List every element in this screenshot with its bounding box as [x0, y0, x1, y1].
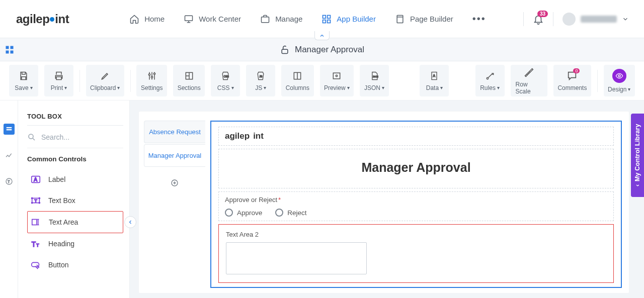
rules-label: Rules [480, 84, 496, 91]
columns-label: Columns [286, 84, 309, 91]
design-label: Design [608, 86, 626, 93]
unlock-icon [280, 45, 290, 55]
clipboard-button[interactable]: Clipboard▾ [86, 65, 124, 96]
chevron-left-icon [127, 219, 133, 225]
svg-text:A: A [34, 177, 37, 182]
svg-rect-10 [11, 50, 14, 53]
form-header-row[interactable]: agilepint [218, 127, 614, 146]
control-heading[interactable]: TT Heading [27, 233, 123, 254]
nav-page-builder[interactable]: Page Builder [395, 14, 453, 24]
svg-rect-39 [32, 220, 37, 225]
svg-point-12 [148, 73, 150, 75]
form-brand-logo: agilepint [225, 131, 607, 141]
css-label: CSS [217, 84, 230, 91]
control-library-label: My Control Library [634, 124, 641, 181]
form-approve-row[interactable]: Approve or Reject* Approve Reject [218, 191, 614, 221]
page-title-text: Manager Approval [295, 45, 364, 55]
nav-manage[interactable]: Manage [260, 14, 302, 24]
user-menu[interactable] [562, 13, 629, 26]
print-label: Print [51, 84, 63, 91]
data-button[interactable]: A Data▾ [420, 65, 449, 96]
svg-rect-9 [6, 50, 9, 53]
sections-button[interactable]: Sections [173, 65, 205, 96]
svg-text:T: T [34, 198, 37, 204]
left-tab-text[interactable]: T [4, 176, 15, 187]
print-icon [54, 70, 64, 81]
control-library-panel[interactable]: ‹ My Control Library [631, 114, 644, 197]
control-text-area[interactable]: Text Area [27, 211, 123, 233]
brand-logo: agilepint [16, 12, 69, 26]
control-button[interactable]: Button [27, 254, 123, 275]
textarea-icon [31, 217, 42, 228]
left-tab-chart[interactable] [4, 150, 15, 161]
separator [130, 70, 131, 92]
settings-label: Settings [141, 84, 163, 91]
notifications-button[interactable]: 33 [533, 14, 544, 25]
css-icon: CSS [220, 70, 230, 81]
control-label-text: Label [48, 175, 65, 183]
svg-rect-4 [323, 20, 326, 23]
svg-rect-6 [397, 15, 403, 23]
svg-point-25 [618, 75, 620, 77]
json-button[interactable]: JSON JSON▾ [360, 65, 389, 96]
save-button[interactable]: Save▾ [9, 65, 38, 96]
sections-icon [184, 70, 194, 81]
nav-more[interactable]: ••• [472, 13, 486, 25]
approve-label: Approve or Reject [225, 196, 277, 204]
nav-app-builder-label: App Builder [337, 15, 376, 23]
control-text-box-text: Text Box [48, 196, 75, 205]
svg-point-24 [487, 77, 488, 79]
nav-manage-label: Manage [275, 15, 302, 23]
toolbox-search[interactable]: Search... [27, 133, 123, 148]
tab-manager-approval[interactable]: Manager Approval [144, 144, 205, 167]
collapse-toolbox-button[interactable] [124, 216, 136, 228]
required-mark: * [278, 196, 281, 204]
columns-button[interactable]: Columns [281, 65, 313, 96]
form-title-row[interactable]: Manager Approval [218, 149, 614, 188]
comments-button[interactable]: 0 Comments [553, 65, 591, 96]
settings-button[interactable]: Settings [136, 65, 167, 96]
briefcase-icon [260, 14, 270, 24]
nav-work-center[interactable]: Work Center [184, 14, 241, 24]
heading-icon: TT [30, 238, 41, 249]
control-label[interactable]: A Label [27, 169, 123, 190]
monitor-icon [184, 14, 194, 24]
comment-icon: 0 [567, 70, 578, 81]
rowscale-button[interactable]: Row Scale [511, 65, 548, 96]
preview-button[interactable]: Preview▾ [320, 65, 354, 96]
design-button[interactable]: Design▾ [604, 65, 635, 96]
svg-text:T: T [32, 241, 36, 248]
svg-point-30 [29, 134, 33, 139]
save-icon [19, 70, 29, 81]
rules-button[interactable]: Rules▾ [475, 65, 505, 96]
svg-text:JS: JS [260, 74, 263, 77]
radio-reject[interactable]: Reject [275, 209, 306, 217]
collapse-nav-button[interactable] [314, 31, 330, 40]
divider [553, 12, 553, 26]
more-icon: ••• [472, 13, 486, 25]
radio-approve[interactable]: Approve [225, 209, 262, 217]
toolbox-group-header: Common Controls [27, 155, 123, 163]
sections-label: Sections [178, 84, 201, 91]
nav-page-builder-label: Page Builder [410, 15, 453, 23]
apps-grid-button[interactable] [2, 45, 17, 54]
svg-text:CSS: CSS [224, 74, 229, 77]
css-button[interactable]: CSS CSS▾ [211, 65, 240, 96]
svg-point-13 [151, 76, 152, 77]
add-tab-button[interactable] [171, 179, 179, 187]
separator [597, 70, 598, 92]
nav-app-builder[interactable]: App Builder [321, 14, 376, 24]
divider [523, 12, 524, 26]
left-tab-form[interactable] [4, 124, 15, 135]
form-textarea-row[interactable]: Text Area 2 [218, 224, 614, 283]
js-button[interactable]: JS JS▾ [246, 65, 275, 96]
textarea-input[interactable] [226, 242, 367, 274]
nav-home[interactable]: Home [129, 14, 165, 24]
control-text-box[interactable]: T Text Box [27, 190, 123, 211]
tab-absence-request[interactable]: Absence Request [144, 121, 205, 143]
svg-rect-5 [328, 20, 331, 23]
rowscale-label: Row Scale [516, 81, 543, 95]
svg-point-38 [39, 202, 40, 203]
form-canvas[interactable]: agilepint Manager Approval Approve or Re… [210, 121, 622, 288]
print-button[interactable]: Print▾ [44, 65, 73, 96]
